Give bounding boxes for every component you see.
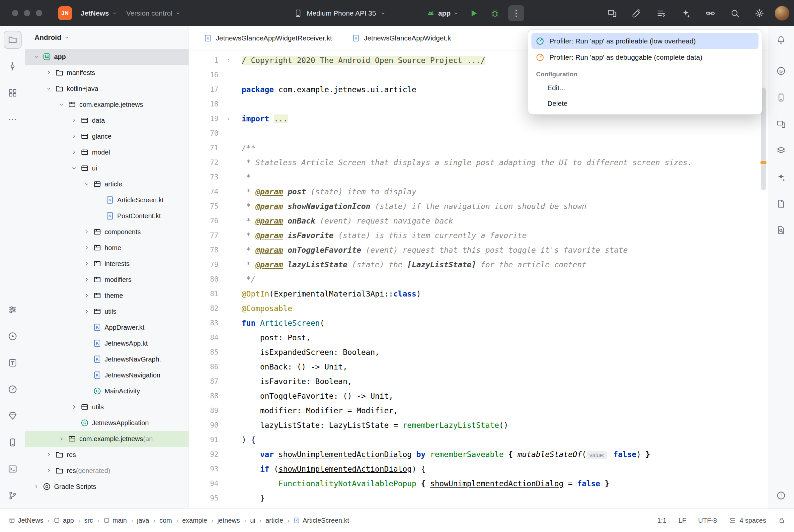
line-separator[interactable]: LF — [679, 517, 686, 525]
task-list-button[interactable] — [653, 5, 669, 21]
code-line[interactable]: 75 * @param showNavigationIcon (state) i… — [189, 199, 768, 214]
tree-row[interactable]: KAppDrawer.kt — [25, 319, 188, 335]
profiler-tool-button[interactable] — [4, 380, 22, 398]
preview-tool-button[interactable] — [772, 195, 790, 213]
breadcrumb-item[interactable]: app — [53, 517, 74, 525]
find-tool-button[interactable] — [772, 221, 790, 239]
code-line[interactable]: 92 var showUnimplementedActionDialog by … — [189, 447, 768, 462]
code-line[interactable]: 89 modifier: Modifier = Modifier, — [189, 403, 768, 418]
code-line[interactable]: 86 onBack: () -> Unit, — [189, 360, 768, 374]
minimize-button[interactable] — [24, 10, 30, 16]
chevron-right-icon[interactable] — [69, 402, 79, 412]
tree-row[interactable]: CMainActivity — [25, 383, 188, 399]
commit-tool-button[interactable] — [4, 57, 22, 75]
breadcrumb-item[interactable]: JetNews — [8, 517, 43, 525]
breadcrumb-item[interactable]: main — [103, 517, 127, 525]
chevron-down-icon[interactable] — [82, 179, 92, 189]
tree-row[interactable]: home — [25, 240, 188, 256]
code-line[interactable]: 91) { — [189, 433, 768, 447]
file-encoding[interactable]: UTF-8 — [698, 517, 717, 525]
editor-tab[interactable]: KJetnewsGlanceAppWidget.k — [342, 26, 461, 50]
tree-row[interactable]: kotlin+java — [25, 81, 188, 96]
code-line[interactable]: 81@OptIn(ExperimentalMaterial3Api::class… — [189, 287, 768, 301]
close-button[interactable] — [12, 10, 18, 16]
tree-row[interactable]: utils — [25, 303, 188, 319]
breadcrumb-item[interactable]: example — [182, 517, 207, 525]
ai-actions-button[interactable] — [678, 5, 694, 21]
code-line[interactable]: 72 * Stateless Article Screen that displ… — [189, 155, 768, 170]
tree-row[interactable]: res (generated) — [25, 463, 188, 479]
chevron-right-icon[interactable] — [82, 274, 92, 285]
breadcrumb-item[interactable]: src — [84, 517, 93, 525]
chevron-right-icon[interactable] — [69, 131, 79, 141]
project-tool-button[interactable] — [4, 31, 22, 49]
chevron-right-icon[interactable] — [69, 147, 79, 157]
popup-edit-action[interactable]: Edit... — [532, 80, 758, 96]
code-line[interactable]: 85 isExpandedScreen: Boolean, — [189, 345, 768, 360]
run-config-selector[interactable]: app — [426, 8, 459, 18]
chevron-right-icon[interactable] — [69, 115, 79, 126]
debug-button[interactable] — [487, 5, 503, 21]
tree-row[interactable]: app — [25, 49, 188, 65]
vcs-menu[interactable]: Version control — [126, 9, 181, 17]
code-line[interactable]: 76 * @param onBack (event) request navig… — [189, 214, 768, 228]
code-line[interactable]: 78 * @param onToggleFavorite (event) req… — [189, 243, 768, 258]
tree-row[interactable]: KArticleScreen.kt — [25, 192, 188, 208]
code-line[interactable]: 93 if (showUnimplementedActionDialog) { — [189, 462, 768, 476]
breadcrumb-item[interactable]: article — [265, 517, 283, 525]
chevron-right-icon[interactable] — [44, 68, 54, 78]
more-tool-windows-button[interactable] — [4, 111, 22, 128]
settings-button[interactable] — [752, 5, 768, 21]
search-everywhere-button[interactable] — [727, 5, 743, 21]
popup-delete-action[interactable]: Delete — [532, 96, 758, 111]
code-line[interactable]: 88 onToggleFavorite: () -> Unit, — [189, 389, 768, 403]
tree-row[interactable]: KJetnewsNavigation — [25, 367, 188, 383]
chevron-down-icon[interactable] — [69, 163, 79, 173]
device-manager-tool-button[interactable] — [4, 434, 22, 451]
code-line[interactable]: 70 — [189, 126, 768, 140]
code-line[interactable]: 77 * @param isFavorite (state) is this i… — [189, 228, 768, 243]
running-devices-tool-button[interactable] — [4, 327, 22, 345]
code-line[interactable]: 73 * — [189, 170, 768, 185]
device-selector[interactable]: Medium Phone API 35 — [293, 0, 386, 26]
resource-manager-tool-button[interactable] — [4, 84, 22, 102]
chevron-right-icon[interactable] — [82, 290, 92, 301]
tree-row[interactable]: data — [25, 112, 188, 128]
code-line[interactable]: 80 */ — [189, 272, 768, 287]
tree-row[interactable]: KJetnewsNavGraph. — [25, 351, 188, 367]
code-line[interactable]: 82@Composable — [189, 301, 768, 316]
project-menu[interactable]: JetNews — [81, 9, 117, 17]
code-line[interactable]: 84 post: Post, — [189, 330, 768, 345]
chevron-right-icon[interactable] — [82, 243, 92, 253]
chevron-right-icon[interactable] — [44, 466, 54, 476]
tree-row[interactable]: model — [25, 144, 188, 160]
terminal-tool-button[interactable] — [4, 460, 22, 478]
cursor-position[interactable]: 1:1 — [657, 517, 667, 525]
chevron-right-icon[interactable] — [31, 481, 41, 492]
chevron-right-icon[interactable] — [82, 227, 92, 237]
code-line[interactable]: 71/** — [189, 140, 768, 155]
gemini-button[interactable] — [629, 5, 645, 21]
code-line[interactable]: 90 lazyListState: LazyListState = rememb… — [189, 418, 768, 433]
popup-item[interactable]: Profiler: Run 'app' as profileable (low … — [532, 33, 758, 49]
device-manager-tool-button[interactable] — [772, 89, 790, 107]
popup-item[interactable]: Profiler: Run 'app' as debuggable (compl… — [532, 49, 758, 65]
tree-row[interactable]: KJetnewsApp.kt — [25, 335, 188, 351]
editor-tab[interactable]: KJetnewsGlanceAppWidgetReceiver.kt — [194, 26, 342, 50]
tree-row[interactable]: CJetnewsApplication — [25, 415, 188, 431]
problems-tool-button[interactable] — [772, 487, 790, 505]
breadcrumb-item[interactable]: com — [159, 517, 172, 525]
todo-tool-button[interactable] — [4, 354, 22, 372]
chevron-down-icon[interactable] — [44, 83, 54, 94]
build-variants-tool-button[interactable] — [4, 301, 22, 319]
app-quality-insights-tool-button[interactable] — [4, 407, 22, 425]
breadcrumb-item[interactable]: KArticleScreen.kt — [293, 517, 349, 525]
breadcrumb-item[interactable]: jetnews — [217, 517, 240, 525]
tree-row[interactable]: article — [25, 176, 188, 192]
version-control-tool-button[interactable] — [4, 487, 22, 505]
tree-row[interactable]: KPostContent.kt — [25, 208, 188, 224]
zoom-button[interactable] — [36, 10, 42, 16]
chevron-down-icon[interactable] — [56, 99, 67, 110]
chevron-down-icon[interactable] — [31, 52, 41, 62]
tree-row[interactable]: res — [25, 447, 188, 463]
